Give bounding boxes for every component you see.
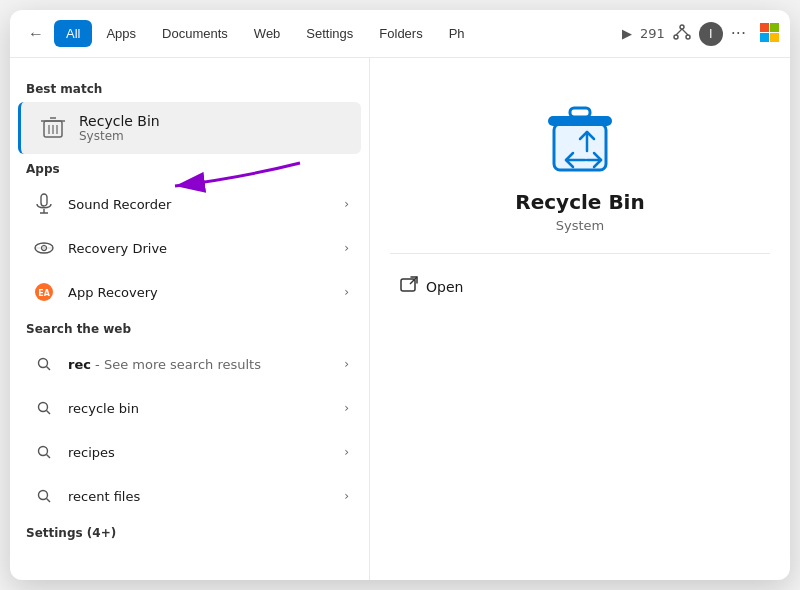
app-item-recovery-drive[interactable]: Recovery Drive › [14, 226, 365, 270]
open-label: Open [426, 279, 463, 295]
open-action[interactable]: Open [390, 270, 473, 304]
chevron-icon-recent: › [344, 489, 349, 503]
main-content: Best match Recycl [10, 58, 790, 580]
search-icon-rec [30, 350, 58, 378]
chevron-icon-recipes: › [344, 445, 349, 459]
left-panel: Best match Recycl [10, 58, 370, 554]
open-icon [400, 276, 418, 298]
best-match-item[interactable]: Recycle Bin System [18, 102, 361, 154]
search-rec-title: rec - See more search results [68, 357, 261, 372]
search-recent-text: recent files [68, 489, 140, 504]
svg-point-26 [39, 491, 48, 500]
tab-web[interactable]: Web [242, 20, 293, 47]
search-panel: ← All Apps Documents Web Settings Folder… [10, 10, 790, 580]
tab-settings[interactable]: Settings [294, 20, 365, 47]
search-recycle-title: recycle bin [68, 401, 139, 416]
svg-line-27 [47, 499, 51, 503]
detail-recycle-icon [540, 98, 620, 178]
search-recipes-title: recipes [68, 445, 115, 460]
tab-all[interactable]: All [54, 20, 92, 47]
svg-rect-11 [41, 194, 47, 206]
recovery-drive-icon [30, 234, 58, 262]
sound-recorder-text: Sound Recorder [68, 197, 171, 212]
search-item-recycle-bin[interactable]: recycle bin › [14, 386, 365, 430]
detail-divider [390, 253, 770, 254]
search-recycle-text: recycle bin [68, 401, 139, 416]
best-match-subtitle: System [79, 129, 160, 143]
chevron-icon-recovery: › [344, 241, 349, 255]
chevron-icon-sound: › [344, 197, 349, 211]
svg-line-21 [47, 367, 51, 371]
app-item-sound-recorder[interactable]: Sound Recorder › [14, 182, 365, 226]
detail-title: Recycle Bin [515, 190, 644, 214]
apps-section-label: Apps [10, 154, 369, 182]
svg-text:EA: EA [38, 289, 50, 298]
search-icon-recycle [30, 394, 58, 422]
chevron-icon-rec: › [344, 357, 349, 371]
app-recovery-icon: EA [30, 278, 58, 306]
chevron-icon-recycle: › [344, 401, 349, 415]
app-recovery-title: App Recovery [68, 285, 158, 300]
user-icon: I [699, 22, 723, 46]
svg-line-23 [47, 411, 51, 415]
best-match-text: Recycle Bin System [79, 113, 160, 143]
tab-ph[interactable]: Ph [437, 20, 477, 47]
search-rec-text: rec - See more search results [68, 357, 261, 372]
network-icon [673, 23, 691, 45]
svg-point-0 [680, 25, 684, 29]
search-item-recent-files[interactable]: recent files › [14, 474, 365, 518]
tab-folders[interactable]: Folders [367, 20, 434, 47]
tab-apps[interactable]: Apps [94, 20, 148, 47]
more-icon[interactable]: ··· [731, 24, 746, 43]
search-recent-title: recent files [68, 489, 140, 504]
settings-label: Settings (4+) [10, 518, 369, 546]
app-item-app-recovery[interactable]: EA App Recovery › [14, 270, 365, 314]
search-icon-recipes [30, 438, 58, 466]
recycle-bin-icon [37, 112, 69, 144]
svg-line-33 [410, 277, 417, 284]
svg-point-22 [39, 403, 48, 412]
app-recovery-text: App Recovery [68, 285, 158, 300]
search-item-recipes[interactable]: recipes › [14, 430, 365, 474]
search-web-label: Search the web [10, 314, 369, 342]
right-panel: Recycle Bin System Open [370, 58, 790, 580]
search-recipes-text: recipes [68, 445, 115, 460]
search-item-rec[interactable]: rec - See more search results › [14, 342, 365, 386]
svg-rect-31 [570, 108, 590, 117]
svg-point-1 [674, 35, 678, 39]
recovery-drive-title: Recovery Drive [68, 241, 167, 256]
best-match-title: Recycle Bin [79, 113, 160, 129]
best-match-label: Best match [10, 74, 369, 102]
svg-point-20 [39, 359, 48, 368]
nav-right: ▶ 291 I ··· [622, 21, 780, 46]
chevron-icon-apprecovery: › [344, 285, 349, 299]
svg-line-25 [47, 455, 51, 459]
svg-point-24 [39, 447, 48, 456]
play-icon: ▶ [622, 26, 632, 41]
recovery-drive-text: Recovery Drive [68, 241, 167, 256]
sound-recorder-icon [30, 190, 58, 218]
detail-subtitle: System [556, 218, 604, 233]
svg-line-3 [676, 29, 682, 35]
svg-point-2 [686, 35, 690, 39]
left-panel-wrapper: Best match Recycl [10, 58, 370, 580]
result-count: 291 [640, 26, 665, 41]
svg-line-4 [682, 29, 688, 35]
search-icon-recent [30, 482, 58, 510]
tab-documents[interactable]: Documents [150, 20, 240, 47]
sound-recorder-title: Sound Recorder [68, 197, 171, 212]
back-button[interactable]: ← [20, 18, 52, 50]
nav-bar: ← All Apps Documents Web Settings Folder… [10, 10, 790, 58]
windows-logo-icon [758, 21, 780, 46]
